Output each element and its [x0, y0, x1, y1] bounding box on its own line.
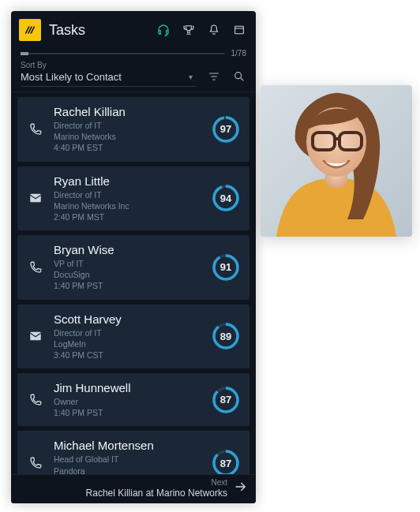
score-value: 97 [212, 115, 240, 144]
task-card[interactable]: Bryan WiseVP of ITDocuSign1:40 PM PST 91 [17, 235, 249, 300]
sort-label: Sort By [21, 61, 196, 69]
sort-value: Most Likely to Contact [21, 71, 122, 83]
task-name: Michael Mortensen [54, 439, 212, 452]
score-value: 89 [212, 322, 240, 350]
progress-row: 1/78 [11, 47, 256, 58]
task-name: Ryan Little [54, 174, 212, 188]
phone-icon [27, 122, 44, 136]
mail-icon [27, 191, 44, 205]
headset-icon[interactable] [156, 23, 171, 37]
task-body: Rachel KillianDirector of ITMarino Netwo… [54, 105, 212, 154]
filter-icon[interactable] [207, 69, 221, 84]
task-list: Rachel KillianDirector of ITMarino Netwo… [11, 92, 256, 474]
task-title: Owner [54, 396, 212, 407]
score-ring: 94 [212, 184, 240, 212]
task-title: Director of IT [54, 327, 212, 338]
svg-rect-21 [313, 133, 335, 150]
score-ring: 91 [212, 253, 240, 282]
task-body: Bryan WiseVP of ITDocuSign1:40 PM PST [54, 243, 212, 292]
phone-icon [27, 260, 44, 275]
panel-header: Tasks [11, 11, 256, 47]
score-ring: 97 [212, 115, 240, 144]
task-company: Marino Networks Inc [54, 200, 212, 211]
task-company: Marino Networks [54, 131, 212, 142]
contact-photo [261, 85, 412, 237]
search-icon[interactable] [232, 69, 246, 84]
sort-dropdown[interactable]: Most Likely to Contact ▾ [21, 71, 196, 87]
tasks-panel: Tasks 1/78 Sort By Most Likely to Contac… [11, 11, 256, 503]
logo-icon [24, 24, 36, 36]
task-body: Jim HunnewellOwner1:40 PM PST [54, 381, 212, 418]
svg-rect-0 [235, 26, 244, 33]
phone-icon [27, 456, 44, 470]
task-name: Rachel Killian [54, 105, 212, 118]
task-card[interactable]: Scott HarveyDirector of ITLogMeIn3:40 PM… [17, 305, 249, 369]
page-title: Tasks [49, 22, 156, 39]
task-body: Michael MortensenHead of Global ITPandor… [54, 439, 212, 474]
svg-rect-22 [339, 133, 362, 150]
task-card[interactable]: Jim HunnewellOwner1:40 PM PST 87 [17, 373, 249, 426]
phone-icon [27, 393, 44, 407]
task-time: 3:40 PM CST [54, 349, 212, 361]
footer-label: Next [211, 478, 227, 488]
score-value: 87 [212, 386, 240, 414]
task-body: Ryan LittleDirector of ITMarino Networks… [54, 174, 212, 223]
task-title: Head of Global IT [54, 454, 212, 465]
task-time: 4:40 PM EST [54, 142, 212, 153]
score-value: 87 [212, 449, 240, 474]
progress-bar [21, 53, 225, 54]
score-value: 94 [212, 184, 240, 212]
footer-next-text: Rachel Killian at Marino Networks [86, 488, 227, 499]
footer-bar: Next Rachel Killian at Marino Networks [11, 474, 256, 503]
task-company: Pandora [54, 465, 212, 474]
score-ring: 87 [212, 449, 240, 474]
task-card[interactable]: Ryan LittleDirector of ITMarino Networks… [17, 166, 249, 231]
progress-count: 1/78 [231, 49, 246, 58]
task-title: Director of IT [54, 120, 212, 131]
trophy-icon[interactable] [182, 23, 196, 37]
task-company: DocuSign [54, 269, 212, 280]
task-name: Scott Harvey [54, 312, 212, 326]
svg-point-2 [235, 73, 242, 79]
task-time: 2:40 PM MST [54, 211, 212, 222]
header-actions [156, 23, 246, 37]
next-button[interactable] [234, 480, 248, 497]
task-card[interactable]: Michael MortensenHead of Global ITPandor… [17, 431, 249, 474]
task-title: Director of IT [54, 189, 212, 200]
task-name: Jim Hunnewell [54, 381, 212, 394]
task-body: Scott HarveyDirector of ITLogMeIn3:40 PM… [54, 312, 212, 361]
task-card[interactable]: Rachel KillianDirector of ITMarino Netwo… [17, 97, 249, 162]
task-time: 1:40 PM PST [54, 280, 212, 291]
app-logo[interactable] [19, 19, 41, 41]
bell-icon[interactable] [207, 23, 221, 37]
task-name: Bryan Wise [54, 243, 212, 256]
mail-icon [27, 329, 44, 343]
score-ring: 87 [212, 386, 240, 414]
arrow-right-icon [234, 480, 248, 494]
chevron-down-icon: ▾ [189, 73, 193, 81]
task-company: LogMeIn [54, 338, 212, 349]
task-title: VP of IT [54, 258, 212, 269]
window-icon[interactable] [232, 23, 246, 37]
task-time: 1:40 PM PST [54, 407, 212, 418]
score-ring: 89 [212, 322, 240, 350]
sort-row: Sort By Most Likely to Contact ▾ [11, 58, 256, 92]
score-value: 91 [212, 253, 240, 282]
svg-line-3 [241, 78, 243, 80]
